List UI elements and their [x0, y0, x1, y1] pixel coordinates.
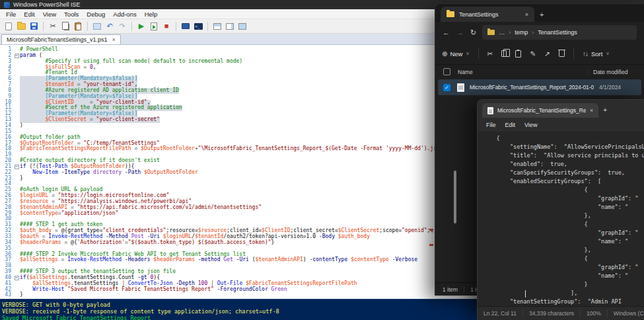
text-line: "name": " [483, 272, 644, 280]
fold-gutter [13, 216, 20, 222]
back-icon[interactable]: ← [443, 28, 450, 36]
column-header-row: Name Date modified [435, 65, 644, 79]
text-line: "name": " [483, 237, 644, 246]
code-token: New-Item [32, 169, 58, 175]
refresh-icon[interactable]: ↻ [470, 28, 476, 37]
explorer-command-bar: ⊕New∨✂✎↗↑↓Sort∨ [435, 43, 644, 65]
menu-edit[interactable]: Edit [501, 122, 520, 128]
new-tab-button[interactable]: + [603, 106, 607, 114]
redo-icon[interactable]: ↷ [117, 21, 127, 32]
address-bar[interactable]: …›temp›TenantSettings [482, 25, 637, 40]
fold-gutter [13, 129, 20, 135]
script-pane-max-icon[interactable] [237, 21, 248, 32]
menu-view[interactable]: View [520, 122, 542, 128]
close-tab-icon[interactable]: × [590, 107, 593, 114]
line-number: 3 [0, 59, 13, 65]
menu-addons[interactable]: Add-ons [109, 11, 140, 18]
breadcrumb-item[interactable]: TenantSettings [538, 29, 577, 36]
code-token: directory [93, 169, 122, 175]
run-selection-icon[interactable] [149, 21, 159, 32]
code-token: #Specify if using full scan mode( defaul… [20, 58, 242, 64]
code-token: "$($oauth.token_type) $($oauth.access_to… [128, 239, 271, 245]
fold-toggle-icon[interactable]: − [13, 164, 20, 170]
open-script-icon[interactable] [16, 21, 26, 32]
code-token: -gt [137, 274, 147, 280]
sort-button[interactable]: ↑↓Sort∨ [583, 50, 610, 58]
fold-toggle-icon[interactable]: − [13, 275, 20, 281]
code-token: # PowerShell [20, 46, 58, 52]
new-button[interactable]: ⊕New∨ [442, 50, 470, 58]
code-token: #oAuth login URL & payload [20, 186, 102, 192]
run-script-icon[interactable]: ▶ [136, 21, 147, 32]
code-token: "C:/temp/TenantSettings" [83, 140, 160, 146]
new-tab-button[interactable]: + [540, 11, 544, 19]
fold-gutter [13, 117, 20, 123]
share-icon[interactable]: ↗ [544, 50, 550, 58]
code-text: } [20, 176, 23, 182]
rename-icon[interactable]: ✎ [530, 50, 536, 58]
fold-toggle-icon[interactable]: − [13, 53, 20, 59]
select-all-checkbox[interactable] [443, 68, 450, 75]
notepad-editor[interactable]: { "settingName": "AllowServicePrincipals… [478, 132, 644, 306]
cut-icon[interactable]: ✂ [487, 50, 493, 58]
close-tab-icon[interactable]: × [112, 36, 116, 43]
breadcrumb-item[interactable]: temp [515, 29, 528, 36]
fold-gutter [13, 176, 20, 182]
copy-icon[interactable] [60, 21, 71, 32]
menu-file[interactable]: File [2, 11, 20, 18]
fold-gutter [13, 152, 20, 158]
menu-debug[interactable]: Debug [83, 11, 109, 18]
toolbar-separator [43, 22, 44, 31]
code-token: ( [249, 257, 256, 262]
save-icon[interactable] [28, 21, 39, 32]
cut-icon[interactable]: ✂ [48, 21, 58, 32]
breadcrumb-item[interactable]: … [499, 29, 505, 36]
explorer-navbar: ←→↻ …›temp›TenantSettings [435, 22, 644, 43]
menu-tools[interactable]: Tools [60, 11, 83, 18]
clear-console-icon[interactable] [92, 21, 102, 32]
undo-icon[interactable]: ↶ [104, 21, 115, 32]
collapse-box-icon: − [15, 165, 19, 169]
fold-gutter [13, 70, 20, 76]
text-line: "graphId": " [483, 263, 644, 272]
explorer-tab[interactable]: TenantSettings × [441, 7, 534, 22]
paste-icon[interactable] [73, 21, 83, 32]
script-pane-top-icon[interactable] [212, 21, 223, 32]
code-token: -ForegroundColor [217, 286, 268, 292]
code-token: $auth_body [20, 227, 52, 233]
notepad-tab[interactable]: MicrosoftFabric_TenantSettings_Re × [482, 103, 598, 118]
column-header-name[interactable]: Name [458, 69, 587, 75]
code-token: = [39, 233, 48, 239]
new-script-icon[interactable] [3, 21, 14, 32]
close-tab-icon[interactable]: × [525, 11, 528, 18]
file-checkbox[interactable]: ✓ [443, 84, 450, 91]
new-button-label: New [450, 50, 462, 58]
menu-view[interactable]: View [39, 11, 60, 18]
paste-icon-shape [515, 50, 521, 58]
menu-file[interactable]: File [482, 122, 501, 128]
forward-icon[interactable]: → [456, 28, 464, 36]
menu-help[interactable]: Help [141, 11, 162, 18]
code-token: #Create output directory if it doesn't e… [20, 157, 160, 163]
menu-edit[interactable]: Edit [20, 11, 38, 18]
powershell-console-icon[interactable]: >_ [193, 21, 203, 32]
script-pane-right-icon[interactable] [225, 21, 235, 32]
code-token: $resource [198, 227, 227, 233]
remote-tab-icon[interactable] [180, 21, 191, 32]
code-token: "https://api.fabric.microsoft.com/v1/adm… [77, 204, 262, 210]
script-tab[interactable]: MicrosoftFabricTenantSettings_v1.ps1 × [1, 34, 121, 44]
stop-icon[interactable]: ■ [161, 21, 172, 32]
column-header-date[interactable]: Date modified [587, 69, 636, 75]
file-row[interactable]: ✓ MicrosoftFabric_TenantSettings_Report_… [438, 79, 641, 95]
paste-icon[interactable] [515, 50, 521, 58]
code-token: $loginURL [163, 233, 192, 239]
copy-icon[interactable] [501, 50, 507, 57]
powershell-icon [4, 2, 10, 8]
code-token: ( [36, 52, 42, 58]
delete-icon[interactable] [559, 50, 565, 57]
code-token [20, 99, 46, 105]
scrollbar-thumb[interactable] [454, 171, 456, 223]
delete-icon-shape [559, 50, 565, 57]
toolbar-separator [131, 22, 132, 31]
code-token: $ClientID [262, 227, 290, 233]
